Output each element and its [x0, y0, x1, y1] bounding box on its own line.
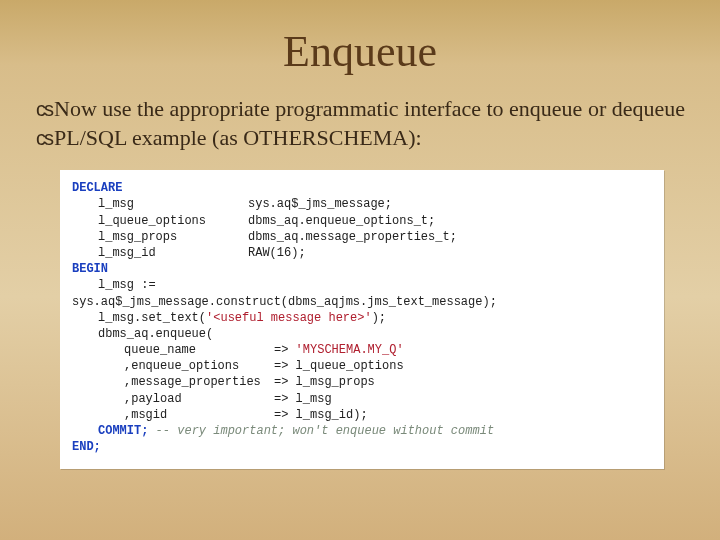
code-line: ,enqueue_options=> l_queue_options	[72, 358, 652, 374]
slide: Enqueue c⁠sNow use the appropriate progr…	[0, 0, 720, 540]
keyword-end: END;	[72, 440, 101, 454]
bullet-text: Now use the appropriate programmatic int…	[54, 96, 685, 121]
code-line: queue_name=> 'MYSCHEMA.MY_Q'	[72, 342, 652, 358]
code-line: l_queue_optionsdbms_aq.enqueue_options_t…	[72, 213, 652, 229]
code-line: l_msg_idRAW(16);	[72, 245, 652, 261]
code-line: l_msg :=	[72, 277, 652, 293]
code-line: ,payload=> l_msg	[72, 391, 652, 407]
code-line: ,message_properties=> l_msg_props	[72, 374, 652, 390]
code-line: ,msgid=> l_msg_id);	[72, 407, 652, 423]
code-line: BEGIN	[72, 261, 652, 277]
code-line: END;	[72, 439, 652, 455]
bullet-text: PL/SQL example (as OTHERSCHEMA):	[54, 125, 422, 150]
code-line: l_msgsys.aq$_jms_message;	[72, 196, 652, 212]
slide-title: Enqueue	[30, 26, 690, 77]
bullet-icon: c⁠s	[36, 98, 52, 120]
bullet-list: c⁠sNow use the appropriate programmatic …	[36, 95, 686, 152]
keyword-commit: COMMIT;	[98, 424, 148, 438]
bullet-icon: c⁠s	[36, 127, 52, 149]
code-line: l_msg.set_text('<useful message here>');	[72, 310, 652, 326]
bullet-item: c⁠sNow use the appropriate programmatic …	[36, 95, 686, 124]
code-line: sys.aq$_jms_message.construct(dbms_aqjms…	[72, 294, 652, 310]
keyword-declare: DECLARE	[72, 181, 122, 195]
keyword-begin: BEGIN	[72, 262, 108, 276]
bullet-item: c⁠sPL/SQL example (as OTHERSCHEMA):	[36, 124, 686, 153]
code-line: COMMIT; -- very important; won't enqueue…	[72, 423, 652, 439]
code-block: DECLARE l_msgsys.aq$_jms_message; l_queu…	[60, 170, 664, 469]
code-comment: -- very important; won't enqueue without…	[148, 424, 494, 438]
code-line: DECLARE	[72, 180, 652, 196]
code-line: dbms_aq.enqueue(	[72, 326, 652, 342]
code-line: l_msg_propsdbms_aq.message_properties_t;	[72, 229, 652, 245]
